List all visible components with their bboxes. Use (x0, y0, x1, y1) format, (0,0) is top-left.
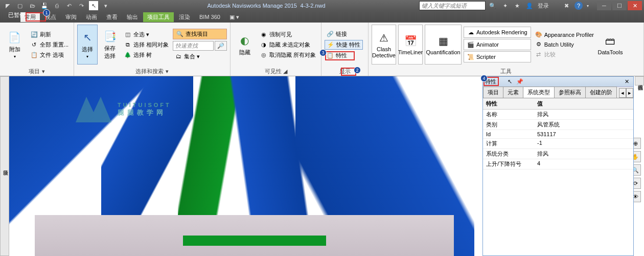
help-icon[interactable]: ? (574, 2, 583, 10)
title-bar: ◤ ▢ 🗁 💾 ⎙ ↶ ↷ ↖ ▾ Autodesk Navisworks Ma… (0, 0, 644, 11)
batch-utility-button[interactable]: ⚙Batch Utility (533, 40, 596, 49)
ribbon-tabs: 已暂停 常用 视点 审阅 动画 查看 输出 项目工具 渲染 BIM 360 ▣ … (0, 11, 644, 23)
ptab-system-type[interactable]: 系统类型 (523, 87, 555, 98)
refresh-button[interactable]: 🔄刷新 (29, 30, 71, 39)
app-menu-icon[interactable]: ◤ (3, 1, 12, 10)
maximize-button[interactable]: ☐ (612, 1, 627, 10)
user-icon[interactable]: 👤 (525, 2, 534, 10)
panel-label-tools: 工具 (369, 67, 643, 76)
properties-header: 特性值 (483, 98, 633, 110)
datatools-button[interactable]: 🗃DataTools (598, 25, 623, 65)
save-icon[interactable]: 💾 (40, 1, 49, 10)
autodesk-rendering-button[interactable]: ☁Autodesk Rendering (464, 27, 531, 38)
tab-review[interactable]: 审阅 (61, 12, 81, 22)
new-icon[interactable]: ▢ (15, 1, 25, 10)
prop-key: 上升/下降符号 (483, 159, 534, 169)
property-row[interactable]: 上升/下降符号4 (483, 159, 633, 169)
ptab-item[interactable]: 项目 (483, 87, 503, 98)
select-same-button[interactable]: ⧉选择 相同对象 (122, 40, 171, 49)
compare-button[interactable]: ⇄比较 (533, 50, 596, 59)
quantification-button[interactable]: ▦Quantification (425, 25, 462, 65)
title-right-tools: 🔍 ✦ ★ 👤 登录 ✖ ? ▾ ─ ☐ ✕ (489, 1, 644, 10)
property-row[interactable]: 系统分类排风 (483, 149, 633, 159)
exchange-icon[interactable]: ✖ (562, 2, 570, 10)
require-button[interactable]: ◉强制可见 (258, 30, 318, 39)
prop-value: 排风 (534, 110, 633, 119)
hide-unselected-button[interactable]: ◑隐藏 未选定对象 (258, 40, 318, 49)
pin-icon[interactable]: 📌 (514, 78, 525, 85)
panel-label-project: 项目 ▾ (0, 67, 74, 76)
quant-icon: ▦ (436, 34, 450, 48)
appearance-profiler-button[interactable]: 🎨Appearance Profiler (533, 31, 596, 39)
tab-extras-icon[interactable]: ▣ ▾ (225, 13, 243, 22)
panel-expand-icon[interactable]: ◢ (283, 68, 287, 75)
panel-project: 📄 附加▾ 🔄刷新 ↺全部 重置... 📋文件 选项 项目 ▾ (0, 23, 74, 76)
prop-value: 排风 (534, 149, 633, 159)
tool-icon-2[interactable]: ★ (513, 2, 521, 10)
tab-bim360[interactable]: BIM 360 (195, 13, 224, 21)
ptab-ref-level[interactable]: 参照标高 (554, 87, 586, 98)
tab-item-tools[interactable]: 项目工具 (143, 12, 174, 22)
find-items-button[interactable]: 🔍查找项目 (173, 29, 227, 39)
left-tab-selection-tree[interactable]: 项目目录 (2, 164, 9, 168)
tab-animation[interactable]: 动画 (82, 12, 101, 22)
clash-detective-button[interactable]: ⚠Clash Detective (372, 25, 396, 65)
hide-unsel-icon: ◑ (260, 41, 267, 48)
print-icon[interactable]: ⎙ (52, 1, 61, 10)
main-area: 项目目录 Clash Detective 集合 测量工具 TUITUISOFT … (0, 76, 644, 256)
undo-icon[interactable]: ↶ (64, 1, 74, 10)
redo-icon[interactable]: ↷ (77, 1, 86, 10)
tab-output[interactable]: 输出 (123, 12, 142, 22)
property-row[interactable]: 类别风管系统 (483, 120, 633, 130)
links-button[interactable]: 🔗链接 (325, 30, 363, 38)
property-row[interactable]: 名称排风 (483, 110, 633, 120)
help-dropdown-icon[interactable]: ▾ (587, 4, 589, 8)
tab-render[interactable]: 渲染 (175, 12, 194, 22)
ptab-scroll-left-icon[interactable]: ◂ (619, 88, 626, 98)
tool-icon-1[interactable]: ✦ (501, 2, 509, 10)
qat-dropdown-icon[interactable]: ▾ (101, 1, 110, 10)
selection-tree-button[interactable]: 🌲选择 树 (122, 51, 171, 59)
scripter-icon: 📜 (467, 53, 474, 60)
properties-titlebar[interactable]: 特性 ↖ 📌 ✕ (483, 77, 633, 87)
save-selection-button[interactable]: 📑 保存 选择 (100, 25, 120, 65)
panel-label-select: 选择和搜索 ▾ (74, 67, 230, 76)
binoculars-icon[interactable]: 🔍 (489, 2, 497, 10)
minimize-button[interactable]: ─ (597, 1, 611, 10)
right-tab-saved-viewpoints[interactable]: 保存的视点 (636, 79, 643, 83)
append-button[interactable]: 📄 附加▾ (3, 25, 27, 65)
datatools-icon: 🗃 (603, 34, 617, 48)
marker-2: 2 (354, 67, 361, 74)
select-button[interactable]: ↖ 选择▾ (77, 25, 98, 65)
select-all-button[interactable]: ◫全选 ▾ (122, 30, 171, 39)
keyword-search-input[interactable] (419, 1, 486, 10)
scripter-button[interactable]: 📜Scripter (464, 51, 531, 62)
prop-key: 名称 (483, 110, 534, 119)
timeliner-button[interactable]: 📅TimeLiner (398, 25, 423, 65)
open-icon[interactable]: 🗁 (28, 1, 37, 10)
animator-button[interactable]: 🎬Animator (464, 39, 531, 50)
quick-find-go-button[interactable]: 🔎 (215, 41, 227, 51)
hide-button[interactable]: ◐ 隐藏 (234, 25, 256, 65)
property-row[interactable]: Id531117 (483, 130, 633, 139)
panel-label-visibility: 可见性◢ (231, 67, 321, 76)
ptab-scroll-right-icon[interactable]: ▸ (626, 88, 633, 98)
ptab-element[interactable]: 元素 (503, 87, 523, 98)
property-row[interactable]: 计算-1 (483, 139, 633, 149)
reset-all-button[interactable]: ↺全部 重置... (29, 40, 71, 49)
panel-close-button[interactable]: ✕ (623, 78, 631, 85)
quick-props-button[interactable]: ⚡快捷 特性 (325, 40, 363, 50)
close-button[interactable]: ✕ (628, 1, 642, 10)
prop-value: 风管系统 (534, 120, 633, 130)
quick-props-icon: ⚡ (327, 41, 334, 48)
ptab-phase[interactable]: 创建的阶 (585, 87, 617, 98)
file-options-button[interactable]: 📋文件 选项 (29, 51, 71, 59)
cursor-icon[interactable]: ↖ (89, 1, 98, 10)
prop-key: 系统分类 (483, 149, 534, 159)
sets-button[interactable]: 🗂集合 ▾ (173, 52, 227, 61)
login-button[interactable]: 登录 (538, 2, 549, 10)
tab-view[interactable]: 查看 (102, 12, 122, 22)
append-icon: 📄 (8, 30, 22, 45)
quick-find-input[interactable]: 快速查找 (173, 41, 214, 51)
unhide-all-button[interactable]: ◎取消隐藏 所有对象 (258, 51, 318, 59)
